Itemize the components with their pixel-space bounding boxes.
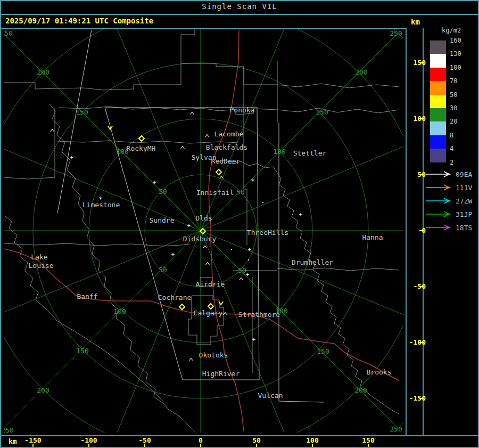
radar-id-label: 27ZW xyxy=(456,197,472,205)
right-axis-tick xyxy=(419,286,424,287)
city-label-vulcan: Vulcan xyxy=(258,392,283,400)
radar-id-label: 18TS xyxy=(456,224,472,232)
city-label-brooks: Brooks xyxy=(367,368,392,376)
legend-swatch xyxy=(430,121,446,135)
radar-id-label: 09EA xyxy=(456,170,472,178)
range-label: 250 xyxy=(4,426,14,433)
city-label-didsbury: Didsbury xyxy=(183,235,217,243)
bottom-axis-tick-label: 100 xyxy=(300,436,325,444)
bottom-axis-tick xyxy=(32,444,34,447)
city-label-highriver: HighRiver xyxy=(202,370,240,378)
city-label-reddeer: RedDeer xyxy=(211,157,241,165)
city-label-sundre: Sundre xyxy=(150,216,175,224)
city-label-stettler: Stettler xyxy=(293,149,327,157)
city-label-okotoks: Okotoks xyxy=(199,351,228,359)
radar-site-diamond-icon xyxy=(179,304,185,309)
radar-arrow-row: 18TS xyxy=(425,223,479,233)
dot-icon xyxy=(231,249,232,250)
legend-swatch xyxy=(430,149,446,162)
star-icon: * xyxy=(98,195,103,203)
range-label: 150 xyxy=(317,347,329,355)
city-label-louise: Louise xyxy=(29,262,54,270)
radar-arrow-icon xyxy=(425,210,452,218)
bottom-axis-tick xyxy=(368,444,369,447)
range-label: 250 xyxy=(390,29,402,37)
city-label-lacombe: Lacombe xyxy=(214,130,244,138)
city-label-drumheller: Drumheller xyxy=(292,258,333,266)
town-plus-icon xyxy=(70,156,73,159)
city-label-threehills: ThreeHills xyxy=(247,229,288,237)
bottom-axis-tick xyxy=(88,444,89,447)
legend-value: 30 xyxy=(450,105,457,111)
radar-arrow-icon xyxy=(425,224,452,231)
radar-site-diamond-icon xyxy=(216,169,221,175)
range-label: 200 xyxy=(37,386,49,394)
city-label-ponoka: Ponoka xyxy=(230,106,255,114)
legend-value: 70 xyxy=(450,78,457,84)
bottom-axis-tick-label: -150 xyxy=(20,436,46,444)
radar-arrow-icon xyxy=(425,184,452,191)
caret-icon xyxy=(205,135,209,137)
legend-value: 160 xyxy=(450,37,461,44)
town-plus-icon xyxy=(252,338,255,341)
bottom-axis-tick xyxy=(312,444,313,447)
legend-swatch xyxy=(430,40,446,54)
bottom-axis-tick xyxy=(144,444,145,447)
legend-swatch xyxy=(430,108,446,121)
radar-map-display[interactable]: 2502001501005050100150200250501001502002… xyxy=(4,29,403,433)
bottom-axis-unit: km xyxy=(9,437,17,445)
right-axis-tick xyxy=(419,174,424,175)
city-label-hanna: Hanna xyxy=(362,233,383,241)
window-title-text: Single_Scan_VIL xyxy=(202,2,277,11)
radar-arrow-icon xyxy=(425,197,452,205)
timestamp-label: 2025/09/17 01:49:21 UTC Composite xyxy=(5,17,153,25)
caret-icon xyxy=(191,112,194,115)
range-label: 200 xyxy=(37,68,49,76)
town-plus-icon xyxy=(246,273,249,276)
range-label: 200 xyxy=(354,386,367,394)
caret-icon xyxy=(181,146,185,149)
radar-arrow-row: 111V xyxy=(425,183,479,193)
range-label: 50 xyxy=(159,266,167,274)
caret-icon xyxy=(51,129,54,132)
bottom-axis-tick-label: -50 xyxy=(132,436,158,444)
legend-value: 130 xyxy=(450,51,461,57)
range-label: 150 xyxy=(316,108,328,116)
caret-icon xyxy=(189,359,193,361)
vil-color-legend: kg/m2 16013010070503020842 xyxy=(426,27,478,170)
radar-scan-outlines xyxy=(57,30,324,402)
window-title: Single_Scan_VIL xyxy=(0,0,479,13)
city-label-innisfail: Innisfail xyxy=(196,189,234,197)
bottom-axis-tick-label: -100 xyxy=(76,436,102,444)
radar-id-label: 111V xyxy=(456,184,472,192)
city-label-calgary: Calgary xyxy=(194,309,223,317)
range-label: 50 xyxy=(238,266,246,274)
right-axis-unit: km xyxy=(411,18,420,26)
dot-icon xyxy=(262,202,263,203)
range-label: 200 xyxy=(355,68,367,76)
bottom-axis: km -150-100-50050100150 xyxy=(4,436,406,447)
range-label: 250 xyxy=(4,29,13,37)
radar-arrow-row: 09EA xyxy=(425,169,479,180)
legend-value: 100 xyxy=(450,64,461,71)
caret-icon xyxy=(206,263,210,265)
legend-value: 8 xyxy=(450,132,453,139)
town-plus-icon xyxy=(299,213,302,216)
right-axis-tick xyxy=(419,118,424,119)
city-label-lake: Lake xyxy=(31,253,47,261)
range-label: 100 xyxy=(113,307,126,315)
dot-icon xyxy=(248,259,249,260)
bottom-axis-tick xyxy=(200,444,201,447)
range-label: 250 xyxy=(390,425,402,433)
legend-swatch xyxy=(430,135,446,149)
range-label: 150 xyxy=(76,347,88,355)
legend-value: 20 xyxy=(450,118,457,125)
radar-site-diamond-icon xyxy=(208,304,213,309)
legend-swatch xyxy=(430,68,446,81)
city-label-banff: Banff xyxy=(77,292,97,300)
legend-value: 4 xyxy=(450,145,453,152)
city-label-airdrie: Airdrie xyxy=(196,280,225,288)
radar-arrow-row: 27ZW xyxy=(425,196,479,207)
right-axis-tick xyxy=(419,342,424,343)
bottom-axis-tick xyxy=(256,444,257,447)
